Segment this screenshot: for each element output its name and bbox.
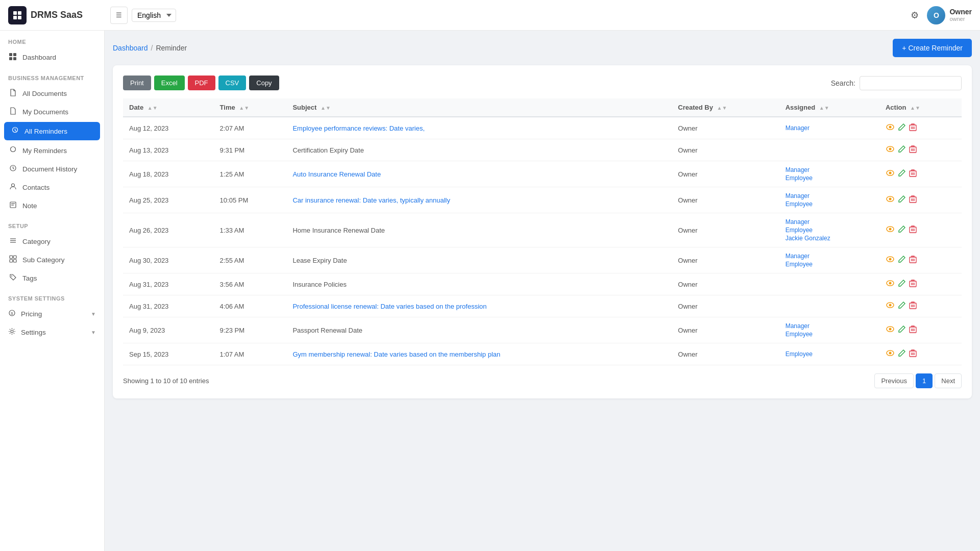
delete-icon[interactable] [909,123,917,133]
edit-icon[interactable] [898,279,906,289]
gear-icon[interactable]: ⚙ [911,10,919,21]
edit-icon[interactable] [898,123,906,133]
sidebar-item-note[interactable]: Note [0,196,104,215]
cell-subject[interactable]: Gym membership renewal: Date varies base… [286,343,672,365]
view-icon[interactable] [886,122,895,134]
delete-icon[interactable] [909,349,917,359]
cell-subject[interactable]: Car insurance renewal: Date varies, typi… [286,187,672,213]
next-button[interactable]: Next [935,373,962,388]
col-time[interactable]: Time ▲▼ [214,98,287,117]
dashboard-icon [8,53,17,62]
col-created-by[interactable]: Created By ▲▼ [672,98,779,117]
search-input[interactable] [860,76,962,90]
view-icon[interactable] [886,255,895,266]
table-row: Aug 30, 20232:55 AMLease Expiry DateOwne… [123,247,962,273]
subject-link[interactable]: Professional license renewal: Date varie… [292,303,486,310]
assigned-name: Employee [786,201,873,208]
time-sort-icon: ▲▼ [239,105,249,111]
view-icon[interactable] [886,194,895,206]
edit-icon[interactable] [898,195,906,205]
sidebar-item-tags[interactable]: Tags [0,269,104,287]
sidebar-item-document-history[interactable]: Document History [0,160,104,178]
csv-button[interactable]: CSV [218,76,247,90]
cell-created-by: Owner [672,187,779,213]
edit-icon[interactable] [898,325,906,335]
delete-icon[interactable] [909,169,917,179]
view-icon[interactable] [886,224,895,236]
table-body: Aug 12, 20232:07 AMEmployee performance … [123,117,962,365]
cell-assigned: ManagerEmployee [779,247,879,273]
sidebar-item-all-documents[interactable]: All Documents [0,84,104,103]
sidebar-item-category[interactable]: Category [0,232,104,251]
view-icon[interactable] [886,324,895,336]
sidebar-item-sub-category[interactable]: Sub Category [0,251,104,269]
svg-rect-5 [13,53,16,56]
showing-text: Showing 1 to 10 of 10 entries [123,377,209,385]
hamburger-button[interactable]: ☰ [110,7,128,24]
cell-subject: Home Insurance Renewal Date [286,213,672,247]
subject-link[interactable]: Car insurance renewal: Date varies, typi… [292,196,450,204]
create-reminder-button[interactable]: + Create Reminder [893,39,972,57]
cell-subject[interactable]: Employee performance reviews: Date varie… [286,117,672,139]
view-icon[interactable] [886,300,895,312]
subject-link[interactable]: Employee performance reviews: Date varie… [292,124,425,132]
page-1-button[interactable]: 1 [916,373,933,388]
subject-link[interactable]: Gym membership renewal: Date varies base… [292,350,500,358]
sidebar-label-category: Category [22,238,51,245]
view-icon[interactable] [886,168,895,180]
col-date[interactable]: Date ▲▼ [123,98,214,117]
sidebar-item-pricing[interactable]: $ Pricing ▼ [0,305,104,323]
excel-button[interactable]: Excel [154,76,185,90]
delete-icon[interactable] [909,226,917,235]
view-icon[interactable] [886,348,895,360]
delete-icon[interactable] [909,145,917,155]
my-reminders-icon [8,146,17,155]
delete-icon[interactable] [909,195,917,205]
edit-icon[interactable] [898,225,906,235]
edit-icon[interactable] [898,301,906,311]
language-select[interactable]: English French Spanish [132,9,176,22]
sidebar-item-settings[interactable]: Settings ▼ [0,323,104,341]
cell-date: Aug 30, 2023 [123,247,214,273]
sidebar-item-all-reminders[interactable]: All Reminders [4,122,100,140]
sidebar-item-my-documents[interactable]: My Documents [0,103,104,121]
sidebar-item-my-reminders[interactable]: My Reminders [0,141,104,160]
delete-icon[interactable] [909,325,917,335]
col-subject[interactable]: Subject ▲▼ [286,98,672,117]
sidebar-item-dashboard[interactable]: Dashboard [0,48,104,67]
delete-icon[interactable] [909,302,917,311]
subject-link[interactable]: Auto Insurance Renewal Date [292,170,381,178]
cell-subject[interactable]: Auto Insurance Renewal Date [286,161,672,187]
previous-button[interactable]: Previous [874,373,914,388]
breadcrumb-current: Reminder [156,44,187,52]
pdf-button[interactable]: PDF [188,76,215,90]
copy-button[interactable]: Copy [249,76,279,90]
edit-icon[interactable] [898,255,906,265]
cell-action [879,343,962,365]
svg-point-49 [889,228,891,231]
sidebar-item-contacts[interactable]: Contacts [0,178,104,196]
edit-icon[interactable] [898,145,906,155]
cell-date: Aug 9, 2023 [123,317,214,343]
view-icon[interactable] [886,279,895,290]
print-button[interactable]: Print [123,76,151,90]
cell-created-by: Owner [672,139,779,161]
cell-date: Aug 26, 2023 [123,213,214,247]
svg-point-61 [889,282,891,285]
sidebar-label-dashboard: Dashboard [22,54,56,61]
col-action[interactable]: Action ▲▼ [879,98,962,117]
breadcrumb-parent[interactable]: Dashboard [113,44,148,52]
delete-icon[interactable] [909,256,917,265]
cell-subject[interactable]: Professional license renewal: Date varie… [286,295,672,317]
assigned-name: Manager [786,218,873,226]
edit-icon[interactable] [898,169,906,179]
cell-action [879,213,962,247]
delete-icon[interactable] [909,280,917,289]
col-assigned[interactable]: Assigned ▲▼ [779,98,879,117]
cell-subject: Certification Expiry Date [286,139,672,161]
edit-icon[interactable] [898,349,906,359]
sidebar: Home Dashboard Business Management All D… [0,31,105,551]
breadcrumb: Dashboard / Reminder [113,44,187,52]
view-icon[interactable] [886,144,895,156]
sidebar-label-my-reminders: My Reminders [22,147,67,155]
